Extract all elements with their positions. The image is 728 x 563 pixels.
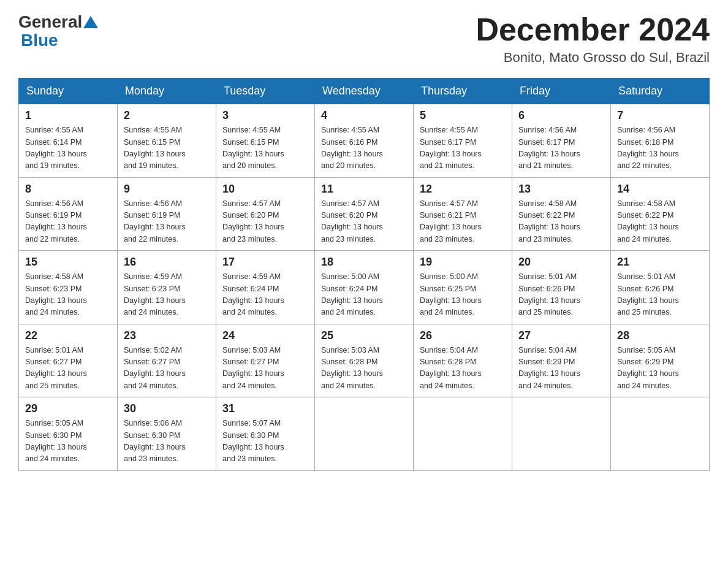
calendar-week-row: 1 Sunrise: 4:55 AM Sunset: 6:14 PM Dayli… [19,104,710,178]
page-header: General Blue December 2024 Bonito, Mato … [18,12,710,66]
day-info: Sunrise: 4:59 AM Sunset: 6:23 PM Dayligh… [124,271,210,319]
day-info: Sunrise: 4:57 AM Sunset: 6:20 PM Dayligh… [321,198,407,246]
calendar-cell: 28 Sunrise: 5:05 AM Sunset: 6:29 PM Dayl… [611,324,710,397]
day-info: Sunrise: 5:01 AM Sunset: 6:26 PM Dayligh… [617,271,703,319]
day-info: Sunrise: 4:56 AM Sunset: 6:18 PM Dayligh… [617,124,703,172]
calendar-week-row: 8 Sunrise: 4:56 AM Sunset: 6:19 PM Dayli… [19,177,710,251]
weekday-header-tuesday: Tuesday [216,79,315,104]
day-info: Sunrise: 4:55 AM Sunset: 6:15 PM Dayligh… [222,124,308,172]
calendar-cell: 23 Sunrise: 5:02 AM Sunset: 6:27 PM Dayl… [118,324,216,397]
calendar-cell [611,397,710,471]
calendar-cell: 16 Sunrise: 4:59 AM Sunset: 6:23 PM Dayl… [118,251,216,324]
day-number: 30 [124,402,210,415]
day-number: 16 [124,256,210,269]
calendar-cell: 25 Sunrise: 5:03 AM Sunset: 6:28 PM Dayl… [315,324,414,397]
calendar-cell: 11 Sunrise: 4:57 AM Sunset: 6:20 PM Dayl… [315,177,414,251]
calendar-cell: 29 Sunrise: 5:05 AM Sunset: 6:30 PM Dayl… [19,397,118,471]
title-section: December 2024 Bonito, Mato Grosso do Sul… [476,12,710,66]
calendar-cell: 10 Sunrise: 4:57 AM Sunset: 6:20 PM Dayl… [216,177,315,251]
calendar-table: SundayMondayTuesdayWednesdayThursdayFrid… [18,78,710,471]
calendar-cell: 7 Sunrise: 4:56 AM Sunset: 6:18 PM Dayli… [611,104,710,178]
day-number: 8 [25,183,111,196]
weekday-header-row: SundayMondayTuesdayWednesdayThursdayFrid… [19,79,710,104]
day-number: 1 [25,109,111,122]
day-info: Sunrise: 5:05 AM Sunset: 6:30 PM Dayligh… [25,418,111,465]
calendar-cell: 18 Sunrise: 5:00 AM Sunset: 6:24 PM Dayl… [315,251,414,324]
calendar-cell [414,397,512,471]
calendar-cell: 17 Sunrise: 4:59 AM Sunset: 6:24 PM Dayl… [216,251,315,324]
weekday-header-sunday: Sunday [19,79,118,104]
calendar-cell: 5 Sunrise: 4:55 AM Sunset: 6:17 PM Dayli… [414,104,512,178]
day-info: Sunrise: 4:55 AM Sunset: 6:16 PM Dayligh… [321,124,407,172]
month-title: December 2024 [476,12,710,47]
day-number: 11 [321,183,407,196]
day-info: Sunrise: 4:58 AM Sunset: 6:23 PM Dayligh… [25,271,111,319]
calendar-week-row: 15 Sunrise: 4:58 AM Sunset: 6:23 PM Dayl… [19,251,710,324]
day-number: 24 [222,329,308,342]
calendar-cell: 4 Sunrise: 4:55 AM Sunset: 6:16 PM Dayli… [315,104,414,178]
day-number: 3 [222,109,308,122]
day-number: 27 [518,329,604,342]
weekday-header-saturday: Saturday [611,79,710,104]
calendar-cell: 3 Sunrise: 4:55 AM Sunset: 6:15 PM Dayli… [216,104,315,178]
calendar-cell: 15 Sunrise: 4:58 AM Sunset: 6:23 PM Dayl… [19,251,118,324]
day-number: 6 [518,109,604,122]
day-info: Sunrise: 5:01 AM Sunset: 6:26 PM Dayligh… [518,271,604,319]
day-number: 28 [617,329,703,342]
day-info: Sunrise: 5:05 AM Sunset: 6:29 PM Dayligh… [617,345,703,393]
day-number: 4 [321,109,407,122]
weekday-header-wednesday: Wednesday [315,79,414,104]
day-info: Sunrise: 4:56 AM Sunset: 6:17 PM Dayligh… [518,124,604,172]
day-info: Sunrise: 5:04 AM Sunset: 6:29 PM Dayligh… [518,345,604,393]
location-title: Bonito, Mato Grosso do Sul, Brazil [476,50,710,66]
day-info: Sunrise: 5:01 AM Sunset: 6:27 PM Dayligh… [25,345,111,393]
day-number: 14 [617,183,703,196]
day-info: Sunrise: 5:00 AM Sunset: 6:25 PM Dayligh… [420,271,506,319]
day-number: 18 [321,256,407,269]
calendar-cell: 12 Sunrise: 4:57 AM Sunset: 6:21 PM Dayl… [414,177,512,251]
calendar-cell [315,397,414,471]
logo-blue-text: Blue [21,31,58,50]
calendar-cell: 21 Sunrise: 5:01 AM Sunset: 6:26 PM Dayl… [611,251,710,324]
day-number: 17 [222,256,308,269]
day-number: 26 [420,329,506,342]
calendar-cell: 13 Sunrise: 4:58 AM Sunset: 6:22 PM Dayl… [512,177,611,251]
calendar-week-row: 29 Sunrise: 5:05 AM Sunset: 6:30 PM Dayl… [19,397,710,471]
day-info: Sunrise: 4:56 AM Sunset: 6:19 PM Dayligh… [25,198,111,246]
calendar-cell: 9 Sunrise: 4:56 AM Sunset: 6:19 PM Dayli… [118,177,216,251]
day-number: 19 [420,256,506,269]
calendar-week-row: 22 Sunrise: 5:01 AM Sunset: 6:27 PM Dayl… [19,324,710,397]
calendar-cell [512,397,611,471]
day-number: 21 [617,256,703,269]
day-info: Sunrise: 4:57 AM Sunset: 6:21 PM Dayligh… [420,198,506,246]
weekday-header-thursday: Thursday [414,79,512,104]
calendar-cell: 31 Sunrise: 5:07 AM Sunset: 6:30 PM Dayl… [216,397,315,471]
logo: General Blue [18,12,99,50]
day-number: 23 [124,329,210,342]
calendar-cell: 27 Sunrise: 5:04 AM Sunset: 6:29 PM Dayl… [512,324,611,397]
calendar-cell: 6 Sunrise: 4:56 AM Sunset: 6:17 PM Dayli… [512,104,611,178]
day-number: 10 [222,183,308,196]
weekday-header-friday: Friday [512,79,611,104]
weekday-header-monday: Monday [118,79,216,104]
day-number: 2 [124,109,210,122]
day-number: 5 [420,109,506,122]
day-info: Sunrise: 5:07 AM Sunset: 6:30 PM Dayligh… [222,418,308,465]
calendar-cell: 1 Sunrise: 4:55 AM Sunset: 6:14 PM Dayli… [19,104,118,178]
logo-general-text: General [18,12,82,32]
day-info: Sunrise: 4:57 AM Sunset: 6:20 PM Dayligh… [222,198,308,246]
day-number: 20 [518,256,604,269]
day-info: Sunrise: 5:02 AM Sunset: 6:27 PM Dayligh… [124,345,210,393]
day-number: 22 [25,329,111,342]
calendar-cell: 20 Sunrise: 5:01 AM Sunset: 6:26 PM Dayl… [512,251,611,324]
calendar-cell: 14 Sunrise: 4:58 AM Sunset: 6:22 PM Dayl… [611,177,710,251]
day-info: Sunrise: 5:00 AM Sunset: 6:24 PM Dayligh… [321,271,407,319]
day-number: 31 [222,402,308,415]
day-info: Sunrise: 4:56 AM Sunset: 6:19 PM Dayligh… [124,198,210,246]
day-info: Sunrise: 4:58 AM Sunset: 6:22 PM Dayligh… [518,198,604,246]
day-number: 7 [617,109,703,122]
day-info: Sunrise: 5:06 AM Sunset: 6:30 PM Dayligh… [124,418,210,465]
day-number: 25 [321,329,407,342]
day-number: 29 [25,402,111,415]
day-number: 13 [518,183,604,196]
